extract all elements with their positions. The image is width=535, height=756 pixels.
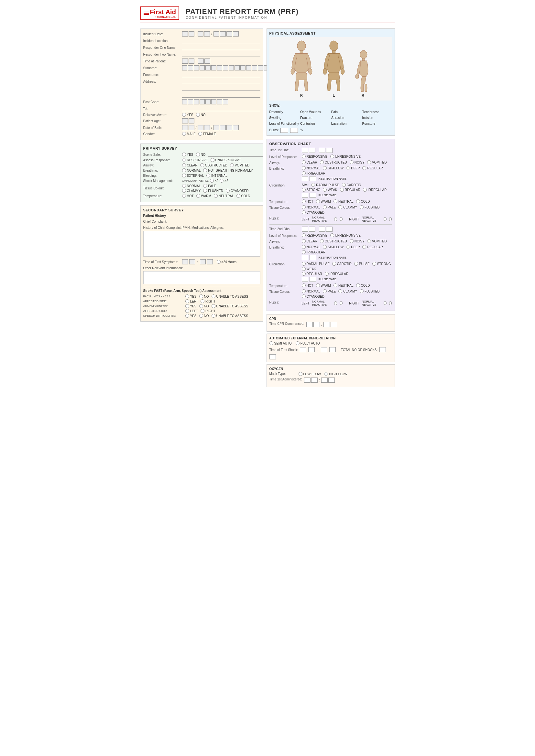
surname-box-8[interactable]: [223, 65, 228, 70]
lor1-unresponsive[interactable]: UNRESPONSIVE: [330, 154, 361, 158]
aw1-obstructed[interactable]: OBSTRUCTED: [320, 160, 347, 164]
fw-no-radio[interactable]: [199, 294, 203, 298]
circ1-carotid[interactable]: CAROTID: [342, 183, 361, 187]
dob-y4[interactable]: [233, 125, 239, 130]
dob-y1[interactable]: [213, 125, 219, 130]
airway-vomited[interactable]: VOMITED: [230, 163, 250, 167]
address-input-1[interactable]: [182, 79, 260, 84]
dob-m1[interactable]: [198, 125, 204, 130]
surname-box-13[interactable]: [252, 65, 257, 70]
tc2-pale[interactable]: PALE: [323, 289, 336, 293]
scene-safe-no-radio[interactable]: [196, 152, 200, 156]
temp1-neutral[interactable]: NEUTRAL: [333, 200, 353, 203]
bleeding-internal[interactable]: INTERNAL: [206, 174, 227, 177]
burns-box-2[interactable]: [290, 128, 298, 133]
tc2-flushed[interactable]: FLUSHED: [360, 289, 380, 293]
burns-box-1[interactable]: [280, 128, 288, 133]
t2-m1[interactable]: [319, 227, 325, 232]
lor2-unresponsive[interactable]: UNRESPONSIVE: [330, 233, 361, 237]
pupils1-left-radio1[interactable]: [334, 217, 337, 221]
pc-5[interactable]: [205, 99, 211, 104]
circ1-radial[interactable]: RADIAL PULSE: [311, 183, 339, 187]
fw-no[interactable]: NO: [199, 294, 209, 298]
circ2-radial[interactable]: RADIAL PULSE: [302, 262, 330, 266]
temp-hot[interactable]: HOT: [182, 194, 194, 198]
surname-box-4[interactable]: [200, 65, 205, 70]
temp-warm-radio[interactable]: [196, 194, 200, 198]
as1-left-radio[interactable]: [185, 299, 189, 303]
assess-responsive[interactable]: RESPONSIVE: [182, 158, 208, 162]
date-box-d1[interactable]: [182, 31, 188, 37]
mask-high-flow[interactable]: HIGH FLOW: [324, 372, 348, 376]
tc1-flushed[interactable]: FLUSHED: [360, 205, 380, 209]
t2-h1[interactable]: [302, 227, 308, 232]
oxy-m1[interactable]: [321, 378, 328, 383]
aw2-vomited[interactable]: VOMITED: [367, 239, 387, 243]
scene-safe-yes[interactable]: YES: [182, 152, 193, 156]
cap-more2-radio[interactable]: [220, 179, 223, 183]
assess-unresponsive-radio[interactable]: [211, 158, 214, 162]
surname-box-7[interactable]: [217, 65, 222, 70]
tel-input[interactable]: [182, 106, 260, 111]
tc2-clammy[interactable]: CLAMMY: [338, 289, 357, 293]
tc-pale-radio[interactable]: [203, 184, 207, 188]
aed-h1[interactable]: [300, 347, 306, 352]
br1-normal[interactable]: NORMAL: [302, 166, 321, 170]
relatives-yes-option[interactable]: YES: [182, 113, 193, 117]
tc-normal[interactable]: NORMAL: [182, 184, 201, 188]
circ2-pulse[interactable]: PULSE: [354, 262, 370, 266]
tc2-normal[interactable]: NORMAL: [302, 289, 321, 293]
age-box-1[interactable]: [182, 118, 188, 123]
gender-male-option[interactable]: MALE: [182, 132, 196, 136]
circ2-strong[interactable]: STRONG: [372, 262, 391, 266]
dob-y3[interactable]: [226, 125, 232, 130]
sd-no-radio[interactable]: [199, 314, 203, 318]
pr1-1[interactable]: [302, 193, 308, 198]
aed-h2[interactable]: [308, 347, 315, 352]
temp2-neutral[interactable]: NEUTRAL: [333, 284, 353, 287]
aw1-vomited[interactable]: VOMITED: [367, 160, 387, 164]
sd-yes[interactable]: YES: [185, 314, 197, 318]
aw1-clear[interactable]: CLEAR: [302, 160, 317, 164]
ts-h2[interactable]: [189, 259, 195, 264]
responder-two-input[interactable]: [182, 52, 260, 57]
gender-female-option[interactable]: FEMALE: [198, 132, 216, 136]
pc-6[interactable]: [211, 99, 216, 104]
fw-yes-radio[interactable]: [185, 294, 189, 298]
surname-box-12[interactable]: [246, 65, 251, 70]
date-box-d2[interactable]: [188, 31, 194, 37]
scene-safe-yes-radio[interactable]: [182, 152, 186, 156]
tc1-normal[interactable]: NORMAL: [302, 205, 321, 209]
breathing-not-normal[interactable]: NOT BREATHING NORMALLY: [203, 168, 253, 172]
aw1-obstructed-radio[interactable]: [320, 160, 324, 164]
temp-warm[interactable]: WARM: [196, 194, 211, 198]
more-24h-radio[interactable]: [217, 260, 221, 264]
fw-yes[interactable]: YES: [185, 294, 197, 298]
aw-yes[interactable]: YES: [185, 304, 197, 308]
t1-h1[interactable]: [302, 148, 308, 153]
pr1-2[interactable]: [310, 193, 316, 198]
assess-responsive-radio[interactable]: [182, 158, 186, 162]
tc-clammy-radio[interactable]: [182, 189, 186, 193]
aed-semi-auto[interactable]: SEMI AUTO: [269, 341, 292, 345]
surname-box-1[interactable]: [182, 65, 187, 70]
circ1-irregular2[interactable]: IRREGULAR: [363, 188, 386, 192]
surname-box-5[interactable]: [205, 65, 211, 70]
time-h2[interactable]: [188, 59, 194, 64]
aed-ts2[interactable]: [269, 354, 276, 360]
circ1-strong[interactable]: STRONG: [302, 188, 321, 192]
pr2-2[interactable]: [310, 277, 316, 282]
ts-h1[interactable]: [182, 259, 188, 264]
date-box-y3[interactable]: [226, 31, 232, 37]
dob-d1[interactable]: [182, 125, 188, 130]
history-textarea[interactable]: [143, 231, 260, 256]
aw-unable-radio[interactable]: [211, 304, 215, 308]
pc-8[interactable]: [223, 99, 228, 104]
temp2-hot[interactable]: HOT: [302, 284, 313, 287]
aw1-clear-radio[interactable]: [302, 160, 306, 164]
br2-irregular[interactable]: IRREGULAR: [302, 250, 325, 254]
circ1-irregular[interactable]: REGULAR: [340, 188, 360, 192]
scene-safe-input[interactable]: [208, 152, 263, 157]
breathing-not-normal-radio[interactable]: [203, 168, 207, 172]
relatives-no-option[interactable]: NO: [196, 113, 206, 117]
